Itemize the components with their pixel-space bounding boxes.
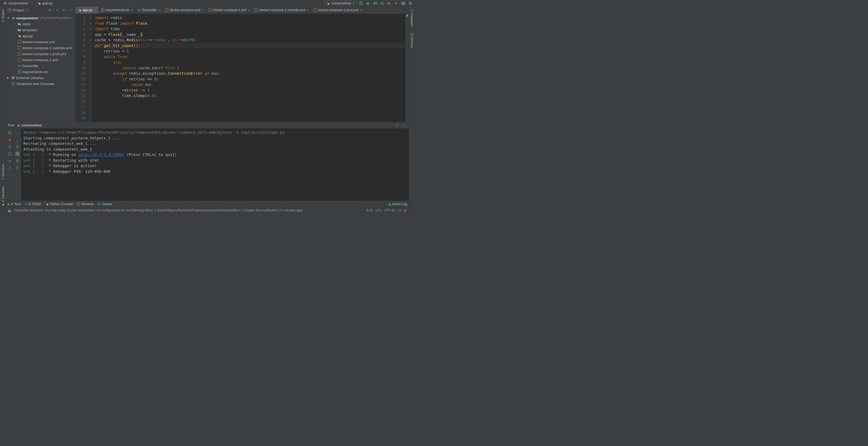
close-tab-icon[interactable]: ×: [248, 8, 250, 12]
file-icon: Y: [18, 58, 21, 62]
caret-position[interactable]: 6:12: [367, 208, 373, 212]
tree-item[interactable]: Ydocker-compose-1.yml: [6, 57, 75, 63]
clear-button[interactable]: [15, 166, 20, 170]
close-tab-icon[interactable]: ×: [131, 8, 133, 12]
scratches-icon: [11, 82, 15, 86]
tool-database-tab[interactable]: Database: [410, 8, 414, 28]
tree-item[interactable]: templates: [6, 27, 75, 33]
svg-point-65: [47, 204, 48, 205]
editor-tab[interactable]: Ydocker-compose-1.prod.yml×: [311, 6, 365, 13]
tree-item[interactable]: static: [6, 21, 75, 27]
tree-root-name: composetest: [16, 16, 38, 20]
lock-icon[interactable]: [398, 209, 401, 212]
coverage-button[interactable]: [372, 1, 378, 6]
svg-line-8: [369, 4, 369, 4]
right-tool-gutter: Database SciView: [409, 6, 415, 213]
close-tab-icon[interactable]: ×: [360, 8, 363, 12]
svg-point-4: [367, 2, 369, 5]
tab-label: docker-compose-1.prod.yml: [318, 8, 359, 12]
svg-rect-37: [13, 77, 13, 79]
search-everywhere-button[interactable]: [408, 1, 413, 6]
run-settings-button[interactable]: [394, 123, 400, 128]
exit-button[interactable]: ✕: [7, 166, 12, 170]
close-tab-icon[interactable]: ×: [307, 8, 309, 12]
tree-item[interactable]: Ydocker-compose-1.override.yml: [6, 45, 75, 51]
svg-rect-36: [12, 77, 12, 79]
settings-button[interactable]: [61, 7, 67, 13]
editor-tab[interactable]: Dockerfile×: [135, 6, 163, 13]
layout-button[interactable]: [401, 1, 406, 6]
editor-tab[interactable]: Ydocker-compose-1.yml×: [206, 6, 252, 13]
editor-tab[interactable]: app.py×: [75, 6, 99, 13]
run-hide-button[interactable]: —: [401, 123, 407, 128]
run-header: Run composetest —: [6, 122, 409, 128]
concurrency-button[interactable]: ▶: [386, 1, 392, 6]
tool-project-tab[interactable]: 1: Project: [1, 8, 5, 23]
close-tab-icon[interactable]: ×: [158, 8, 161, 12]
line-separator[interactable]: LF≑: [376, 208, 381, 212]
debug-button[interactable]: [365, 1, 371, 6]
print-button[interactable]: [15, 158, 20, 163]
svg-rect-38: [14, 77, 15, 79]
tree-item[interactable]: app.py: [6, 33, 75, 39]
notify-icon[interactable]: [8, 208, 11, 212]
docker-icon: [97, 203, 101, 206]
tool-docker-tab[interactable]: Docker: [97, 202, 113, 206]
encoding[interactable]: UTF-8≑: [384, 208, 396, 212]
tool-run-tab[interactable]: ▶ 4: Run: [8, 202, 21, 206]
tree-item[interactable]: Ydocker-compose.yml: [6, 39, 75, 45]
svg-text:Y: Y: [19, 47, 20, 49]
tree-external-libs[interactable]: ▶ External Libraries: [6, 75, 75, 81]
tool-sciview-tab[interactable]: SciView: [410, 31, 414, 50]
tree-item-label: requirements.txt: [22, 70, 48, 74]
tree-item[interactable]: Ydocker-compose-1.prod.yml: [6, 51, 75, 57]
stop-button[interactable]: ■: [394, 1, 399, 6]
profile-button[interactable]: [379, 1, 385, 6]
breadcrumb-project[interactable]: ▣ composetest: [2, 1, 30, 5]
editor-tab[interactable]: Ydocker-compose.yml×: [163, 6, 206, 13]
close-tab-icon[interactable]: ×: [202, 8, 204, 12]
run-console[interactable]: docker-compose://[/home/filippov/Pycharm…: [21, 128, 409, 201]
file-icon: Y: [18, 52, 21, 56]
close-tab-icon[interactable]: ×: [94, 8, 96, 12]
file-icon: Y: [254, 8, 258, 12]
soft-wrap-button[interactable]: [15, 144, 20, 149]
rerun-button[interactable]: [7, 130, 12, 135]
down-button[interactable]: ↓: [15, 137, 20, 142]
tool-event-log-tab[interactable]: Event Log: [388, 202, 407, 206]
editor-tab[interactable]: Ydocker-compose-1.override.yml×: [252, 6, 311, 13]
editor-tab[interactable]: requirements.txt×: [99, 6, 135, 13]
run-button[interactable]: [358, 1, 364, 6]
attach-button[interactable]: [7, 158, 12, 163]
tree-item[interactable]: Dockerfile: [6, 63, 75, 69]
tab-label: docker-compose.yml: [170, 8, 200, 12]
hide-button[interactable]: —: [68, 7, 74, 13]
tool-favorites-tab[interactable]: ★ 2: Favorites: [1, 185, 5, 208]
scroll-end-button[interactable]: [15, 151, 20, 156]
dropdown-arrow-icon[interactable]: ▼: [26, 9, 28, 11]
code-text[interactable]: import redisfrom flask import Flaskimpor…: [92, 14, 409, 122]
inspector-icon[interactable]: [404, 209, 407, 212]
tool-terminal-tab[interactable]: Terminal: [77, 202, 93, 206]
dump-threads-button[interactable]: [7, 151, 12, 156]
up-button[interactable]: ↑: [15, 130, 20, 135]
svg-point-1: [39, 3, 40, 5]
tree-item-label: templates: [22, 28, 37, 32]
tree-root[interactable]: ▼ ▣ composetest ~/PycharmProjects/co: [6, 15, 75, 21]
tool-structure-tab[interactable]: 7: Structure: [1, 163, 5, 182]
tool-python-console-tab[interactable]: Python Console: [45, 202, 73, 206]
locate-button[interactable]: ⊚: [47, 7, 53, 13]
tool-todo-tab[interactable]: ✓ 6: TODO: [25, 202, 41, 206]
pause-button[interactable]: ⏸: [7, 144, 12, 149]
collapse-button[interactable]: ⇥: [54, 7, 60, 13]
run-config-dropdown[interactable]: composetest ▼: [324, 1, 356, 6]
editor-body[interactable]: 1234567891011121314151617181920 ⊟⊟⊟⊥⊟⊥ i…: [75, 14, 409, 122]
stop-button[interactable]: ■: [7, 137, 12, 142]
breadcrumb-file[interactable]: app.py: [36, 1, 54, 5]
svg-line-11: [382, 3, 383, 4]
status-message[interactable]: Dockerfile detection: You may setup Dock…: [14, 208, 364, 212]
tree-item[interactable]: requirements.txt: [6, 69, 75, 75]
file-icon: [18, 28, 21, 32]
tree-scratches[interactable]: Scratches and Consoles: [6, 81, 75, 87]
line-number-gutter: 1234567891011121314151617181920: [75, 14, 89, 122]
